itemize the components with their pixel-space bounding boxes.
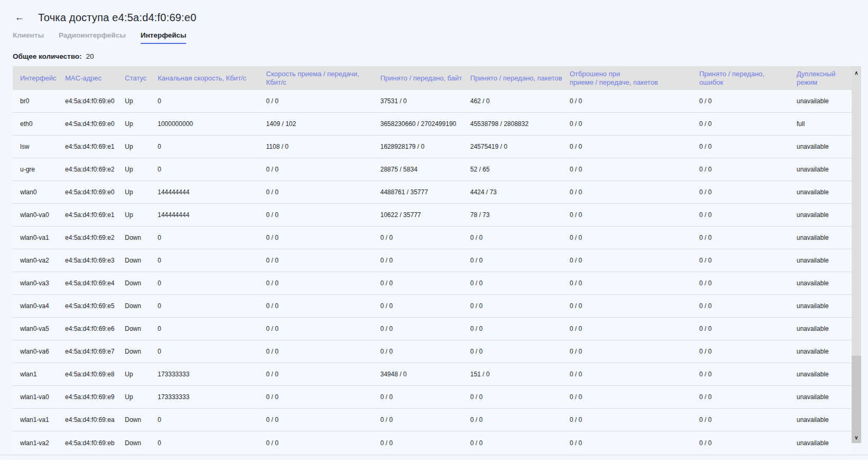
column-header-link-speed[interactable]: Канальная скорость, Кбит/с	[150, 74, 259, 83]
cell-link-speed: 173333333	[150, 393, 259, 401]
table-row: u-gree4:5a:d4:f0:69:e2Up00 / 028875 / 58…	[13, 158, 852, 181]
cell-duplex: unavailable	[789, 143, 852, 150]
cell-dropped: 0 / 0	[562, 325, 692, 332]
cell-interface: wlan0-va2	[13, 257, 58, 264]
table-row: wlan0-va5e4:5a:d4:f0:69:e6Down00 / 00 / …	[13, 318, 852, 340]
cell-dropped: 0 / 0	[562, 348, 692, 355]
tab-clients[interactable]: Клиенты	[13, 31, 44, 44]
cell-rx-tx-speed: 0 / 0	[259, 325, 373, 332]
cell-interface: wlan0-va3	[13, 279, 58, 287]
cell-status: Up	[117, 393, 150, 401]
scroll-up-button[interactable]: ∧	[852, 67, 861, 78]
cell-duplex: unavailable	[789, 416, 852, 423]
cell-status: Up	[117, 166, 150, 173]
table-row: wlan0e4:5a:d4:f0:69:e0Up1444444440 / 044…	[13, 181, 852, 204]
cell-errors: 0 / 0	[692, 416, 789, 423]
table-row: br0e4:5a:d4:f0:69:e0Up00 / 037531 / 0462…	[13, 90, 852, 113]
cell-packets: 0 / 0	[463, 234, 562, 241]
cell-link-speed: 0	[150, 279, 259, 287]
cell-status: Down	[117, 348, 150, 355]
cell-errors: 0 / 0	[692, 120, 789, 128]
cell-duplex: unavailable	[789, 371, 852, 378]
cell-interface: wlan1-va1	[13, 416, 58, 423]
cell-dropped: 0 / 0	[562, 211, 692, 219]
cell-bytes: 4488761 / 35777	[373, 188, 463, 196]
cell-dropped: 0 / 0	[562, 439, 692, 447]
cell-errors: 0 / 0	[692, 279, 789, 287]
cell-rx-tx-speed: 0 / 0	[259, 439, 373, 447]
cell-rx-tx-speed: 0 / 0	[259, 97, 373, 105]
cell-duplex: unavailable	[789, 439, 852, 447]
column-header-interface[interactable]: Интерфейс	[13, 74, 58, 83]
cell-link-speed: 144444444	[150, 188, 259, 196]
cell-mac: e4:5a:d4:f0:69:e9	[58, 393, 117, 401]
cell-rx-tx-speed: 1409 / 102	[259, 120, 373, 128]
back-button[interactable]: ←	[14, 12, 25, 23]
cell-errors: 0 / 0	[692, 166, 789, 173]
cell-packets: 78 / 73	[463, 211, 562, 219]
cell-duplex: unavailable	[789, 279, 852, 287]
cell-packets: 45538798 / 2808832	[463, 120, 562, 128]
column-header-mac[interactable]: MAC-адрес	[58, 74, 117, 83]
cell-packets: 24575419 / 0	[463, 143, 562, 150]
scroll-down-button[interactable]: ∨	[852, 432, 861, 443]
cell-dropped: 0 / 0	[562, 97, 692, 105]
column-header-dropped[interactable]: Отброшено при приеме / передаче, пакетов	[562, 70, 692, 87]
cell-rx-tx-speed: 0 / 0	[259, 416, 373, 423]
cell-bytes: 0 / 0	[373, 302, 463, 310]
cell-mac: e4:5a:d4:f0:69:e5	[58, 302, 117, 310]
cell-bytes: 37531 / 0	[373, 97, 463, 105]
table-row: wlan1e4:5a:d4:f0:69:e8Up1733333330 / 034…	[13, 363, 852, 386]
total-count-value: 20	[86, 52, 94, 60]
tab-bar: Клиенты Радиоинтерфейсы Интерфейсы	[13, 31, 868, 44]
cell-duplex: unavailable	[789, 348, 852, 355]
cell-dropped: 0 / 0	[562, 188, 692, 196]
column-header-rx-tx-speed[interactable]: Скорость приема / передачи, Кбит/с	[259, 70, 373, 87]
cell-status: Down	[117, 416, 150, 423]
cell-errors: 0 / 0	[692, 371, 789, 378]
cell-bytes: 3658230660 / 2702499190	[373, 120, 463, 128]
cell-mac: e4:5a:d4:f0:69:e1	[58, 143, 117, 150]
cell-packets: 0 / 0	[463, 325, 562, 332]
cell-dropped: 0 / 0	[562, 371, 692, 378]
cell-errors: 0 / 0	[692, 188, 789, 196]
tab-radio-interfaces[interactable]: Радиоинтерфейсы	[59, 31, 126, 44]
cell-interface: wlan0-va5	[13, 325, 58, 332]
column-header-status[interactable]: Статус	[117, 74, 150, 83]
cell-link-speed: 1000000000	[150, 120, 259, 128]
tab-interfaces[interactable]: Интерфейсы	[141, 31, 187, 44]
cell-bytes: 0 / 0	[373, 279, 463, 287]
cell-dropped: 0 / 0	[562, 279, 692, 287]
cell-link-speed: 0	[150, 143, 259, 150]
cell-status: Up	[117, 143, 150, 150]
cell-duplex: unavailable	[789, 97, 852, 105]
cell-status: Up	[117, 120, 150, 128]
cell-status: Up	[117, 211, 150, 219]
cell-dropped: 0 / 0	[562, 257, 692, 264]
cell-bytes: 0 / 0	[373, 257, 463, 264]
column-header-packets[interactable]: Принято / передано, пакетов	[463, 74, 562, 83]
cell-interface: wlan1-va0	[13, 393, 58, 401]
cell-errors: 0 / 0	[692, 393, 789, 401]
cell-rx-tx-speed: 0 / 0	[259, 371, 373, 378]
scrollbar-thumb[interactable]	[852, 356, 861, 443]
cell-bytes: 0 / 0	[373, 416, 463, 423]
back-arrow-icon: ←	[15, 12, 25, 23]
cell-status: Down	[117, 257, 150, 264]
topbar: ← Точка доступа e4:5a:d4:f0:69:e0	[0, 0, 868, 24]
cell-packets: 0 / 0	[463, 302, 562, 310]
cell-mac: e4:5a:d4:f0:69:e0	[58, 97, 117, 105]
cell-interface: wlan0-va6	[13, 348, 58, 355]
vertical-scrollbar[interactable]: ∧ ∨	[852, 66, 861, 443]
cell-mac: e4:5a:d4:f0:69:e3	[58, 257, 117, 264]
table-row: wlan0-va6e4:5a:d4:f0:69:e7Down00 / 00 / …	[13, 340, 852, 363]
cell-packets: 0 / 0	[463, 279, 562, 287]
cell-status: Up	[117, 188, 150, 196]
cell-mac: e4:5a:d4:f0:69:e0	[58, 120, 117, 128]
cell-mac: e4:5a:d4:f0:69:e2	[58, 234, 117, 241]
cell-duplex: full	[789, 120, 852, 128]
cell-link-speed: 0	[150, 416, 259, 423]
column-header-errors[interactable]: Принято / передано, ошибок	[692, 70, 789, 87]
column-header-duplex[interactable]: Дуплексный режим	[789, 70, 852, 87]
column-header-bytes[interactable]: Принято / передано, байт	[373, 74, 463, 83]
